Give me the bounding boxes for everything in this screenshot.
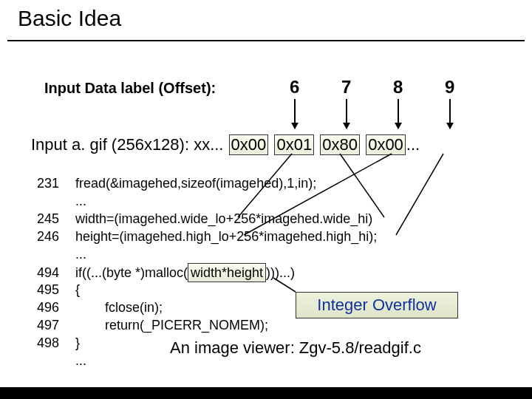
arrow-6 [294, 99, 296, 129]
title-underline [7, 40, 525, 41]
slide-title: Basic Idea [18, 6, 121, 31]
lineno: 231 [37, 174, 75, 192]
code-text: ))...) [270, 265, 295, 280]
arrow-7 [346, 99, 347, 129]
lineno: 246 [37, 228, 75, 245]
offset-6: 6 [290, 77, 299, 98]
input-prefix: Input a. gif (256x128): xx... [31, 135, 223, 154]
lineno: 245 [37, 210, 75, 228]
arrow-9 [449, 99, 451, 129]
bottom-bar [0, 387, 532, 399]
hex-byte-2: 0x80 [320, 134, 360, 155]
hex-byte-0: 0x00 [229, 134, 269, 155]
offset-label: Input Data label (Offset): [44, 80, 216, 97]
lineno: 496 [37, 299, 75, 316]
code-text: ... [75, 353, 86, 368]
svg-line-3 [396, 154, 443, 235]
offset-9: 9 [445, 77, 454, 98]
code-text: return(_PICERR_NOMEM); [105, 318, 268, 332]
code-text: ... [75, 247, 86, 262]
lineno: 497 [37, 316, 75, 334]
code-text: { [75, 282, 80, 297]
input-line: Input a. gif (256x128): xx... 0x00 0x01 … [31, 134, 420, 155]
hex-byte-1: 0x01 [274, 134, 314, 155]
input-suffix: ... [406, 135, 420, 154]
arrow-8 [398, 99, 399, 129]
code-text: } [75, 335, 80, 350]
code-text: ... [75, 194, 86, 208]
code-text: fclose(in); [105, 300, 163, 315]
offset-7: 7 [341, 77, 351, 98]
code-text: if((...(byte *)malloc [75, 265, 183, 280]
code-text: fread(&imagehed,sizeof(imagehed),1,in); [75, 176, 316, 191]
lineno: 494 [37, 264, 75, 282]
hex-byte-3: 0x00 [366, 134, 406, 155]
offset-8: 8 [393, 77, 403, 98]
code-text: width=(imagehed.wide_lo+256*imagehed.wid… [75, 211, 372, 226]
lineno: 495 [37, 281, 75, 299]
overflow-callout: Integer Overflow [296, 292, 458, 318]
lineno: 498 [37, 334, 75, 352]
code-text: height=(imagehed.high_lo+256*imagehed.hi… [75, 229, 377, 244]
malloc-expr-box: width*height [188, 263, 266, 282]
viewer-cite: An image viewer: Zgv-5.8/readgif.c [170, 338, 421, 358]
